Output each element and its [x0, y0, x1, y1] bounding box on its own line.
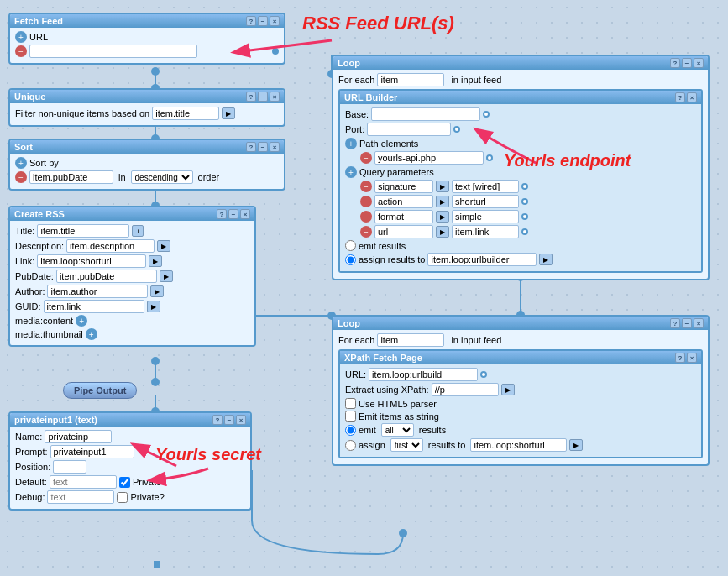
private-minimize[interactable]: − — [224, 415, 234, 425]
format-value-input[interactable] — [452, 210, 519, 223]
loop1-minimize[interactable]: − — [682, 58, 692, 68]
loop1-close[interactable]: × — [694, 58, 704, 68]
loop2-minimize[interactable]: − — [682, 318, 692, 328]
html5-checkbox[interactable] — [345, 398, 356, 409]
prompt-input[interactable] — [50, 445, 134, 458]
xpath-help[interactable]: ? — [675, 353, 685, 363]
url-param-value-input[interactable] — [452, 225, 519, 238]
sort-field-input[interactable] — [29, 170, 113, 184]
sort-order-select[interactable]: descending ascending — [131, 170, 193, 184]
media-thumbnail-add[interactable]: + — [86, 328, 97, 340]
xpath-extract-arrow[interactable]: ▶ — [501, 384, 515, 395]
emit-string-checkbox[interactable] — [345, 411, 356, 422]
yourls-secret-annotation: Yourls secret — [155, 445, 261, 464]
add-url-btn[interactable]: + — [15, 31, 27, 43]
signature-arrow[interactable]: ▶ — [436, 181, 449, 192]
loop2-close[interactable]: × — [694, 318, 704, 328]
action-arrow[interactable]: ▶ — [436, 196, 449, 207]
unique-field-input[interactable] — [152, 107, 219, 120]
desc-arrow[interactable]: ▶ — [157, 240, 170, 252]
link-arrow[interactable]: ▶ — [149, 255, 162, 267]
url-builder-close[interactable]: × — [687, 92, 697, 102]
emit-select[interactable]: all first — [381, 423, 414, 437]
media-content-add[interactable]: + — [76, 315, 87, 327]
sort-minimize[interactable]: − — [258, 142, 268, 152]
emit-results-radio[interactable] — [345, 240, 356, 251]
xpath-close[interactable]: × — [687, 353, 697, 363]
assign-arrow[interactable]: ▶ — [539, 254, 553, 265]
query-add[interactable]: + — [345, 166, 357, 178]
action-name-input[interactable] — [374, 195, 433, 208]
guid-field-input[interactable] — [44, 300, 144, 313]
sort-close[interactable]: × — [270, 142, 280, 152]
base-input[interactable] — [371, 107, 480, 121]
loop2-panel: Loop ? − × For each in input feed XPath … — [332, 315, 710, 466]
path-input[interactable] — [374, 151, 484, 165]
emit-all-radio[interactable] — [345, 425, 356, 436]
format-arrow[interactable]: ▶ — [436, 211, 449, 223]
author-field-input[interactable] — [47, 285, 148, 298]
action-connector — [521, 198, 528, 205]
title-field-input[interactable] — [37, 224, 129, 238]
author-arrow[interactable]: ▶ — [150, 285, 164, 297]
pipe-output-btn[interactable]: Pipe Output — [63, 382, 137, 399]
assign-radio[interactable] — [345, 440, 356, 451]
private-close[interactable]: × — [236, 415, 246, 425]
create-rss-close[interactable]: × — [240, 209, 250, 219]
unique-help[interactable]: ? — [246, 92, 256, 102]
default-input[interactable] — [50, 475, 117, 489]
action-remove[interactable]: − — [360, 196, 372, 207]
create-rss-header: Create RSS ? − × — [10, 207, 254, 221]
signature-value-input[interactable] — [452, 180, 519, 193]
assign-results-radio[interactable] — [345, 254, 356, 265]
url-input[interactable] — [29, 45, 197, 58]
title-info-btn[interactable]: i — [132, 225, 144, 237]
path-add[interactable]: + — [345, 138, 357, 149]
debug-input[interactable] — [47, 490, 114, 504]
port-input[interactable] — [367, 123, 451, 136]
loop1-help[interactable]: ? — [670, 58, 680, 68]
loop2-help[interactable]: ? — [670, 318, 680, 328]
sort-help[interactable]: ? — [246, 142, 256, 152]
guid-arrow[interactable]: ▶ — [147, 301, 160, 312]
private-help[interactable]: ? — [212, 415, 223, 425]
unique-arrow[interactable]: ▶ — [222, 107, 235, 119]
url-param-arrow[interactable]: ▶ — [436, 226, 449, 238]
url-param-remove[interactable]: − — [360, 226, 372, 238]
path-remove[interactable]: − — [360, 152, 372, 164]
xpath-extract-input[interactable] — [432, 383, 499, 396]
url-param-name-input[interactable] — [374, 225, 433, 238]
position-input[interactable] — [53, 460, 86, 474]
action-value-input[interactable] — [452, 195, 519, 208]
fetch-feed-help[interactable]: ? — [246, 16, 256, 26]
loop1-item-input[interactable] — [377, 73, 444, 86]
pubdate-arrow[interactable]: ▶ — [160, 270, 173, 282]
xpath-url-input[interactable] — [369, 368, 478, 381]
format-remove[interactable]: − — [360, 211, 372, 223]
unique-close[interactable]: × — [270, 92, 280, 102]
format-name-input[interactable] — [374, 210, 433, 223]
pubdate-field-input[interactable] — [56, 270, 157, 283]
sort-remove[interactable]: − — [15, 171, 27, 183]
default-private-checkbox[interactable] — [119, 477, 130, 488]
assign-target-input[interactable] — [427, 253, 537, 266]
assign-select[interactable]: first all — [390, 438, 423, 452]
sort-add[interactable]: + — [15, 157, 27, 169]
unique-minimize[interactable]: − — [258, 92, 268, 102]
create-rss-panel: Create RSS ? − × Title: i Description: ▶… — [8, 206, 256, 347]
fetch-feed-minimize[interactable]: − — [258, 16, 268, 26]
remove-url-btn[interactable]: − — [15, 45, 27, 57]
desc-field-input[interactable] — [66, 239, 155, 253]
name-input[interactable] — [45, 430, 112, 443]
url-builder-help[interactable]: ? — [675, 92, 685, 102]
create-rss-minimize[interactable]: − — [228, 209, 238, 219]
signature-name-input[interactable] — [374, 180, 433, 193]
link-field-input[interactable] — [37, 254, 146, 268]
create-rss-help[interactable]: ? — [217, 209, 227, 219]
signature-remove[interactable]: − — [360, 181, 372, 192]
fetch-feed-close[interactable]: × — [270, 16, 280, 26]
loop2-item-input[interactable] — [377, 333, 444, 347]
assign-target-input2[interactable] — [470, 438, 567, 452]
debug-private-checkbox[interactable] — [117, 492, 128, 503]
assign-target-arrow[interactable]: ▶ — [569, 439, 583, 451]
